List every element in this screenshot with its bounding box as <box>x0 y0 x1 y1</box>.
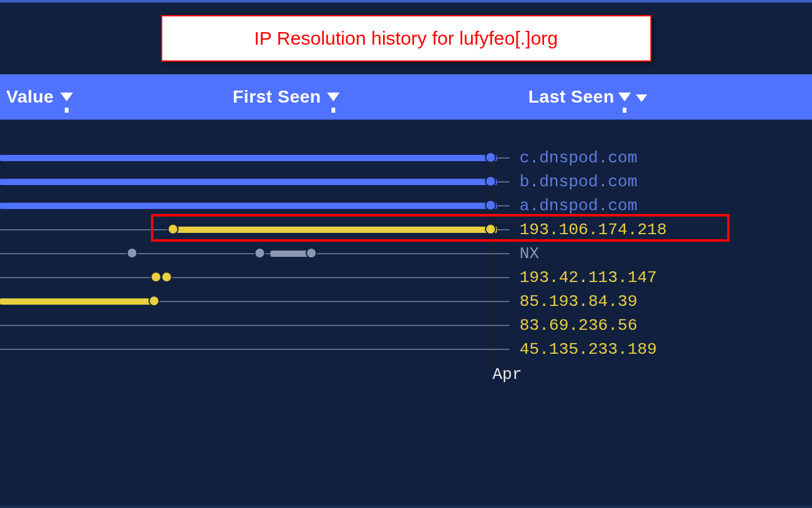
title-text: IP Resolution history for lufyfeo[.]org <box>254 28 558 48</box>
series-label[interactable]: c.dnspod.com <box>520 149 637 167</box>
row-connector <box>497 301 509 302</box>
filter-icon[interactable] <box>60 93 73 101</box>
series-label[interactable]: 85.193.84.39 <box>520 292 637 311</box>
row-connector <box>497 277 509 278</box>
row-connector <box>497 229 509 230</box>
timeline-bar[interactable] <box>176 227 497 233</box>
row-connector <box>497 157 509 159</box>
footer-divider <box>0 505 812 508</box>
filter-icon[interactable] <box>327 93 340 101</box>
row-connector <box>497 325 509 326</box>
series-label[interactable]: NX <box>520 244 539 263</box>
series-label[interactable]: 45.135.233.189 <box>520 340 657 359</box>
series-label[interactable]: 83.69.236.56 <box>520 316 637 335</box>
timeline-dot[interactable] <box>485 176 496 187</box>
row-connector <box>497 205 509 206</box>
timeline-dot[interactable] <box>150 271 162 283</box>
timeline-row <box>0 277 497 278</box>
column-label: Last Seen <box>528 87 615 107</box>
timeline-row <box>0 253 497 254</box>
timeline-bar[interactable] <box>0 298 157 305</box>
table-header-row: Value First Seen Last Seen <box>0 74 812 120</box>
column-header-value[interactable]: Value <box>0 87 233 107</box>
title-annotation-box: IP Resolution history for lufyfeo[.]org <box>161 15 652 62</box>
timeline-area <box>0 157 497 371</box>
timeline-dot[interactable] <box>254 247 265 259</box>
timeline-dot[interactable] <box>485 152 496 163</box>
timeline-dot[interactable] <box>167 223 179 235</box>
timeline-dot[interactable] <box>126 247 138 259</box>
timeline-row <box>0 349 497 350</box>
timeline-row <box>0 325 497 326</box>
timeline-bar[interactable] <box>0 155 497 161</box>
row-connector <box>497 253 509 254</box>
row-connector <box>497 181 509 183</box>
row-connector <box>497 349 509 350</box>
axis-tick-label: Apr <box>492 365 522 384</box>
sort-desc-icon[interactable] <box>636 94 647 102</box>
timeline-chart: c.dnspod.comb.dnspod.coma.dnspod.com193.… <box>0 157 812 397</box>
series-label[interactable]: b.dnspod.com <box>520 172 637 191</box>
top-divider <box>0 0 812 3</box>
timeline-dot[interactable] <box>148 295 160 307</box>
timeline-dot[interactable] <box>485 200 496 211</box>
timeline-dot[interactable] <box>306 247 317 259</box>
series-label[interactable]: a.dnspod.com <box>520 196 637 215</box>
timeline-bar[interactable] <box>0 203 497 209</box>
series-label[interactable]: 193.106.174.218 <box>520 220 667 239</box>
filter-icon[interactable] <box>618 93 631 101</box>
timeline-dot[interactable] <box>161 271 172 283</box>
column-label: First Seen <box>233 87 321 107</box>
column-header-last-seen[interactable]: Last Seen <box>528 87 812 107</box>
column-label: Value <box>6 87 54 107</box>
timeline-bar[interactable] <box>0 179 497 185</box>
column-header-first-seen[interactable]: First Seen <box>233 87 528 107</box>
timeline-dot[interactable] <box>485 223 496 235</box>
series-label[interactable]: 193.42.113.147 <box>520 268 657 287</box>
